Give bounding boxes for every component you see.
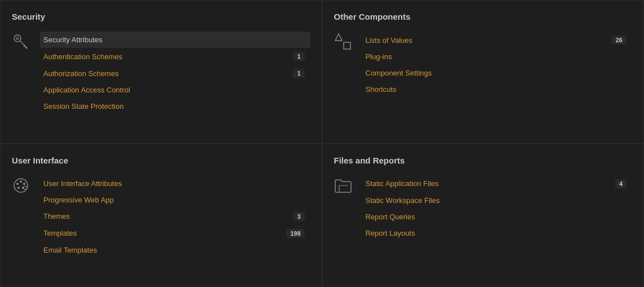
security-items-list: Security AttributesAuthentication Scheme… <box>40 32 310 114</box>
list-item-component-settings[interactable]: Component Settings <box>362 65 633 81</box>
list-item-report-queries[interactable]: Report Queries <box>362 209 633 225</box>
files-reports-items-list: Static Application Files4Static Workspac… <box>362 175 633 241</box>
other-components-panel: Other Components Lists of Values26Plug-i… <box>322 0 645 144</box>
item-label-authorization-schemes: Authorization Schemes <box>43 69 119 78</box>
other-components-title: Other Components <box>334 12 633 21</box>
user-interface-content: User Interface AttributesProgressive Web… <box>12 175 310 258</box>
security-content: Security AttributesAuthentication Scheme… <box>12 32 310 114</box>
list-item-email-templates[interactable]: Email Templates <box>40 242 310 258</box>
list-item-report-layouts[interactable]: Report Layouts <box>362 225 633 241</box>
user-interface-items-list: User Interface AttributesProgressive Web… <box>40 175 310 258</box>
item-badge-templates: 198 <box>286 229 304 238</box>
list-item-lists-of-values[interactable]: Lists of Values26 <box>362 32 633 48</box>
item-badge-static-application-files: 4 <box>615 179 627 188</box>
svg-point-0 <box>14 35 21 42</box>
other-components-content: Lists of Values26Plug-insComponent Setti… <box>334 32 633 98</box>
files-reports-panel: Files and Reports Static Application Fil… <box>322 144 645 288</box>
main-grid: Security Security AttributesAuthenticati… <box>0 0 644 287</box>
item-label-shortcuts: Shortcuts <box>366 85 397 94</box>
other-components-icon-area <box>334 32 357 98</box>
list-item-authentication-schemes[interactable]: Authentication Schemes1 <box>40 48 310 65</box>
item-label-user-interface-attributes: User Interface Attributes <box>43 179 122 188</box>
list-item-authorization-schemes[interactable]: Authorization Schemes1 <box>40 65 310 82</box>
list-item-static-application-files[interactable]: Static Application Files4 <box>362 175 633 192</box>
security-panel: Security Security AttributesAuthenticati… <box>0 0 322 144</box>
user-interface-title: User Interface <box>12 156 310 165</box>
svg-point-13 <box>24 186 27 189</box>
list-item-plug-ins[interactable]: Plug-ins <box>362 48 633 65</box>
list-item-application-access-control[interactable]: Application Access Control <box>40 82 310 98</box>
svg-point-9 <box>20 180 22 183</box>
files-reports-icon-area <box>334 175 357 241</box>
list-item-progressive-web-app[interactable]: Progressive Web App <box>40 192 310 208</box>
svg-line-2 <box>20 41 28 48</box>
item-label-progressive-web-app: Progressive Web App <box>43 196 114 204</box>
item-label-report-queries: Report Queries <box>366 213 415 221</box>
folder-icon <box>334 176 352 195</box>
svg-point-10 <box>23 183 25 185</box>
list-item-templates[interactable]: Templates198 <box>40 225 310 242</box>
item-label-themes: Themes <box>43 212 70 220</box>
security-icon-area <box>12 32 34 114</box>
svg-rect-6 <box>344 42 350 49</box>
user-interface-icon-area <box>12 175 34 258</box>
item-label-report-layouts: Report Layouts <box>366 229 415 237</box>
list-item-themes[interactable]: Themes3 <box>40 208 310 225</box>
svg-point-1 <box>16 37 19 39</box>
files-reports-content: Static Application Files4Static Workspac… <box>334 175 633 241</box>
user-interface-panel: User Interface User Interface Attributes… <box>0 144 322 288</box>
item-label-lists-of-values: Lists of Values <box>366 36 413 45</box>
key-icon <box>12 33 30 51</box>
other-components-items-list: Lists of Values26Plug-insComponent Setti… <box>362 32 633 98</box>
list-item-user-interface-attributes[interactable]: User Interface Attributes <box>40 175 310 192</box>
svg-point-8 <box>16 183 19 185</box>
item-label-plug-ins: Plug-ins <box>366 52 392 61</box>
item-label-application-access-control: Application Access Control <box>43 86 130 94</box>
shapes-icon <box>334 33 352 51</box>
item-label-security-attributes: Security Attributes <box>43 36 103 44</box>
svg-marker-5 <box>335 34 342 41</box>
item-label-static-workspace-files: Static Workspace Files <box>366 196 440 205</box>
item-label-email-templates: Email Templates <box>43 246 97 254</box>
list-item-static-workspace-files[interactable]: Static Workspace Files <box>362 192 633 209</box>
item-label-session-state-protection: Session State Protection <box>43 102 123 111</box>
item-badge-lists-of-values: 26 <box>612 36 627 45</box>
item-badge-authorization-schemes: 1 <box>293 69 304 78</box>
files-reports-title: Files and Reports <box>334 156 633 165</box>
item-badge-themes: 3 <box>293 212 304 221</box>
svg-point-12 <box>17 187 20 189</box>
item-badge-authentication-schemes: 1 <box>293 52 304 61</box>
item-label-component-settings: Component Settings <box>366 69 432 77</box>
item-label-authentication-schemes: Authentication Schemes <box>43 52 122 61</box>
list-item-shortcuts[interactable]: Shortcuts <box>362 81 633 98</box>
palette-icon <box>12 176 30 195</box>
security-title: Security <box>12 12 310 21</box>
list-item-security-attributes[interactable]: Security Attributes <box>40 32 310 48</box>
item-label-templates: Templates <box>43 229 77 237</box>
item-label-static-application-files: Static Application Files <box>366 179 439 188</box>
list-item-session-state-protection[interactable]: Session State Protection <box>40 98 310 114</box>
